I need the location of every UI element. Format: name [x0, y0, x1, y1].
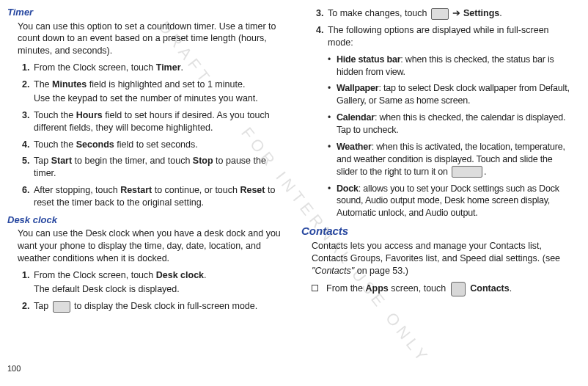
label-hours: Hours — [76, 110, 103, 120]
opt-title: Wallpaper — [337, 83, 378, 93]
label-desk-clock: Desk clock — [156, 270, 204, 280]
label-minutes: Minutes — [52, 79, 87, 90]
option-weather: Weather: when this is activated, the loc… — [328, 141, 575, 178]
desk-step-1: From the Clock screen, touch Desk clock.… — [32, 269, 281, 296]
option-hide-status-bar: Hide status bar: when this is checked, t… — [328, 54, 575, 79]
timer-step-1: From the Clock screen, touch Timer. — [32, 62, 281, 74]
desk-intro: You can use the Desk clock when you have… — [18, 227, 281, 265]
timer-step-3: Touch the Hours field to set hours if de… — [32, 109, 281, 134]
timer-step-4: Touch the Seconds field to set seconds. — [32, 139, 281, 151]
text: to display the Desk clock in full-screen… — [72, 301, 258, 311]
text: The — [34, 79, 52, 90]
text: From the Clock screen, touch — [34, 62, 156, 73]
text: Contacts lets you access and manage your… — [312, 241, 560, 263]
opt-title: Hide status bar — [337, 54, 400, 65]
label-timer: Timer — [156, 62, 181, 73]
text: . — [204, 270, 206, 280]
option-dock: Dock: allows you to set your Dock settin… — [328, 183, 575, 220]
opt-title: Weather — [337, 142, 372, 152]
opt-desc: : allows you to set your Dock settings s… — [337, 183, 559, 219]
opt-title: Dock — [337, 183, 359, 194]
text: Tap — [34, 156, 51, 166]
text: to continue, or touch — [152, 185, 240, 195]
text: To make changes, touch — [328, 8, 430, 18]
text: field to set seconds. — [114, 139, 198, 150]
right-column: To make changes, touch ➔ Settings. The f… — [301, 6, 575, 386]
left-column: Timer You can use this option to set a c… — [7, 6, 281, 386]
text: From the — [326, 283, 366, 294]
section-title-desk-clock: Desk clock — [7, 214, 281, 227]
desk-step-4: The following options are displayed whil… — [326, 24, 575, 49]
contacts-steps: From the Apps screen, touch Contacts. — [312, 282, 575, 296]
section-title-contacts: Contacts — [301, 224, 575, 238]
text: . — [484, 167, 486, 177]
timer-step-2-sub: Use the keypad to set the number of minu… — [34, 92, 281, 105]
text: The following options are displayed whil… — [328, 25, 549, 48]
fullscreen-icon — [53, 301, 70, 313]
text: Touch the — [34, 110, 76, 120]
toggle-slider-icon — [452, 166, 482, 178]
label-reset: Reset — [240, 185, 265, 195]
option-calendar: Calendar: when this is checked, the cale… — [328, 112, 575, 136]
label-stop: Stop — [193, 156, 213, 166]
text: Tap — [34, 301, 51, 311]
section-title-timer: Timer — [7, 6, 281, 19]
text: Touch the — [34, 139, 76, 150]
contacts-step-1: From the Apps screen, touch Contacts. — [312, 282, 575, 296]
text: to begin the timer, and touch — [72, 156, 193, 166]
contacts-app-icon — [451, 282, 466, 296]
desk-steps: From the Clock screen, touch Desk clock.… — [18, 269, 281, 313]
text: on page 53.) — [354, 266, 408, 276]
label-seconds: Seconds — [76, 139, 114, 150]
text: After stopping, touch — [34, 185, 120, 195]
timer-step-6: After stopping, touch Restart to continu… — [32, 184, 281, 209]
text: . — [510, 283, 512, 294]
label-apps: Apps — [366, 283, 389, 294]
fullscreen-options: Hide status bar: when this is checked, t… — [328, 54, 575, 220]
label-contacts: Contacts — [470, 283, 509, 294]
label-settings: Settings — [463, 8, 499, 18]
text: field is highlighted and set to 1 minute… — [87, 79, 245, 90]
text: . — [181, 62, 183, 73]
text: . — [499, 8, 501, 18]
ref-contacts: "Contacts" — [312, 266, 354, 276]
option-wallpaper: Wallpaper: tap to select Desk clock wall… — [328, 82, 575, 107]
timer-intro: You can use this option to set a countdo… — [18, 21, 281, 58]
timer-step-2: The Minutes field is highlighted and set… — [32, 79, 281, 105]
label-start: Start — [51, 156, 72, 166]
desk-step-1-sub: The default Desk clock is displayed. — [34, 283, 281, 296]
text: From the Clock screen, touch — [34, 270, 156, 280]
text: screen, touch — [389, 283, 449, 294]
timer-steps: From the Clock screen, touch Timer. The … — [18, 62, 281, 209]
page-number: 100 — [7, 363, 21, 374]
opt-title: Calendar — [337, 112, 375, 123]
desk-step-3: To make changes, touch ➔ Settings. — [326, 7, 575, 20]
desk-steps-cont: To make changes, touch ➔ Settings. The f… — [312, 7, 575, 49]
label-restart: Restart — [120, 185, 152, 195]
menu-icon — [431, 8, 449, 20]
contacts-intro: Contacts lets you access and manage your… — [312, 240, 575, 277]
timer-step-5: Tap Start to begin the timer, and touch … — [32, 155, 281, 180]
opt-desc: : when this is activated, the location, … — [337, 142, 565, 177]
arrow-text: ➔ — [450, 8, 463, 18]
desk-step-2: Tap to display the Desk clock in full-sc… — [32, 300, 281, 313]
